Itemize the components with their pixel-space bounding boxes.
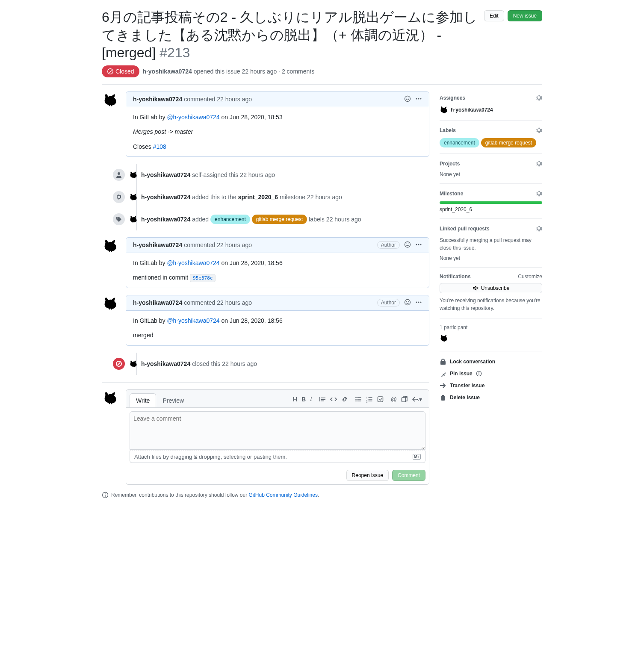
event-user[interactable]: h-yoshikawa0724 xyxy=(141,216,190,223)
commit-sha[interactable]: 95e378c xyxy=(190,274,216,282)
comment-time[interactable]: 22 hours ago xyxy=(217,299,252,306)
label-gitlab-merge-request[interactable]: gitlab merge request xyxy=(252,215,307,224)
event-user[interactable]: h-yoshikawa0724 xyxy=(141,194,190,200)
gear-icon[interactable] xyxy=(535,160,542,168)
write-tab[interactable]: Write xyxy=(130,393,156,407)
bold-icon[interactable]: B xyxy=(301,396,306,403)
user-mention[interactable]: @h-yoshikawa0724 xyxy=(167,317,219,324)
italic-icon[interactable]: I xyxy=(310,396,312,403)
avatar[interactable] xyxy=(102,295,119,312)
comment-time[interactable]: 22 hours ago xyxy=(217,242,252,248)
pin-issue[interactable]: Pin issue xyxy=(440,368,542,380)
code-icon[interactable] xyxy=(330,396,337,403)
avatar[interactable] xyxy=(440,106,448,114)
avatar[interactable] xyxy=(102,389,119,407)
assignee-user[interactable]: h-yoshikawa0724 xyxy=(451,107,493,113)
author-badge: Author xyxy=(377,299,400,307)
markdown-icon[interactable]: M↓ xyxy=(413,454,421,460)
svg-rect-22 xyxy=(321,399,325,400)
comment-author[interactable]: h-yoshikawa0724 xyxy=(133,242,182,248)
transfer-issue[interactable]: Transfer issue xyxy=(440,380,542,392)
comment-author[interactable]: h-yoshikawa0724 xyxy=(133,96,182,103)
issue-title: 6月の記事投稿その2 - 久しぶりにリアル脱出ゲームに参加してきました【ある沈黙… xyxy=(102,9,479,62)
unsubscribe-button[interactable]: Unsubscribe xyxy=(440,283,542,293)
closes-line: Closes #108 xyxy=(133,142,422,151)
svg-point-18 xyxy=(420,301,422,303)
quote-icon[interactable] xyxy=(319,396,326,403)
user-mention[interactable]: @h-yoshikawa0724 xyxy=(167,259,219,266)
avatar[interactable] xyxy=(129,193,138,201)
attach-hint[interactable]: Attach files by dragging & dropping, sel… xyxy=(134,454,287,460)
reopen-issue-button[interactable]: Reopen issue xyxy=(346,470,389,481)
guidelines-link[interactable]: GitHub Community Guidelines xyxy=(249,492,318,498)
emoji-icon[interactable] xyxy=(404,241,411,249)
event-time[interactable]: 22 hours ago xyxy=(222,360,257,367)
link-icon[interactable] xyxy=(341,396,348,403)
svg-rect-33 xyxy=(368,397,372,398)
svg-point-13 xyxy=(405,299,411,305)
kebab-icon[interactable] xyxy=(415,299,422,307)
label-enhancement[interactable]: enhancement xyxy=(210,215,250,224)
delete-issue[interactable]: Delete issue xyxy=(440,392,542,404)
task-list-icon[interactable] xyxy=(377,396,384,403)
svg-point-17 xyxy=(418,301,419,303)
reply-icon[interactable]: ▾ xyxy=(412,396,422,403)
kebab-icon[interactable] xyxy=(415,95,422,103)
mute-icon xyxy=(473,285,479,291)
user-mention[interactable]: @h-yoshikawa0724 xyxy=(167,114,219,121)
closed-icon xyxy=(107,68,114,75)
svg-point-6 xyxy=(118,172,120,175)
event-time[interactable]: 22 hours ago xyxy=(326,216,361,223)
milestone-link[interactable]: sprint_2020_6 xyxy=(238,194,278,200)
crossref-icon[interactable] xyxy=(401,396,408,403)
svg-point-24 xyxy=(355,397,357,398)
milestone-link[interactable]: sprint_2020_6 xyxy=(440,206,542,212)
new-issue-button[interactable]: New issue xyxy=(508,10,542,21)
comment-author[interactable]: h-yoshikawa0724 xyxy=(133,299,182,306)
label-enhancement[interactable]: enhancement xyxy=(440,138,479,147)
issue-author-link[interactable]: h-yoshikawa0724 xyxy=(143,68,192,75)
tag-icon xyxy=(112,212,126,226)
participants-title: 1 participant xyxy=(440,324,542,330)
heading-icon[interactable]: H xyxy=(293,396,297,403)
mention-icon[interactable]: @ xyxy=(391,396,397,403)
bullet-list-icon[interactable] xyxy=(355,396,362,403)
event-user[interactable]: h-yoshikawa0724 xyxy=(141,360,190,367)
emoji-icon[interactable] xyxy=(404,299,411,307)
comment-textarea[interactable] xyxy=(130,411,425,450)
event-time[interactable]: 22 hours ago xyxy=(240,171,275,178)
issue-title-text: 6月の記事投稿その2 - 久しぶりにリアル脱出ゲームに参加してきました【ある沈黙… xyxy=(102,9,477,60)
avatar[interactable] xyxy=(440,334,451,345)
event-user[interactable]: h-yoshikawa0724 xyxy=(141,171,190,178)
avatar[interactable] xyxy=(102,237,119,254)
issue-meta: h-yoshikawa0724 opened this issue 22 hou… xyxy=(143,68,315,75)
avatar[interactable] xyxy=(102,91,119,109)
edit-button[interactable]: Edit xyxy=(484,10,504,21)
label-gitlab-merge-request[interactable]: gitlab merge request xyxy=(481,138,536,147)
arrow-right-icon xyxy=(440,382,446,389)
numbered-list-icon[interactable]: 123 xyxy=(366,396,373,403)
gear-icon[interactable] xyxy=(535,225,542,233)
emoji-icon[interactable] xyxy=(404,95,411,103)
svg-point-16 xyxy=(416,301,417,303)
svg-point-9 xyxy=(408,244,409,244)
preview-tab[interactable]: Preview xyxy=(156,393,190,407)
gear-icon[interactable] xyxy=(535,127,542,135)
avatar[interactable] xyxy=(129,171,138,179)
svg-text:3: 3 xyxy=(366,401,368,403)
svg-rect-34 xyxy=(368,399,372,399)
event-time[interactable]: 22 hours ago xyxy=(307,194,342,200)
gear-icon[interactable] xyxy=(535,94,542,102)
lock-conversation[interactable]: Lock conversation xyxy=(440,356,542,368)
avatar[interactable] xyxy=(129,360,138,368)
svg-point-25 xyxy=(355,399,357,400)
avatar[interactable] xyxy=(129,215,138,224)
comment-button[interactable]: Comment xyxy=(392,470,425,481)
comment-time[interactable]: 22 hours ago xyxy=(217,96,252,103)
customize-link[interactable]: Customize xyxy=(518,274,542,280)
gear-icon[interactable] xyxy=(535,190,542,198)
kebab-icon[interactable] xyxy=(415,241,422,249)
svg-point-4 xyxy=(418,98,419,99)
projects-title: Projects xyxy=(440,161,460,167)
issue-ref-link[interactable]: #108 xyxy=(153,143,166,150)
